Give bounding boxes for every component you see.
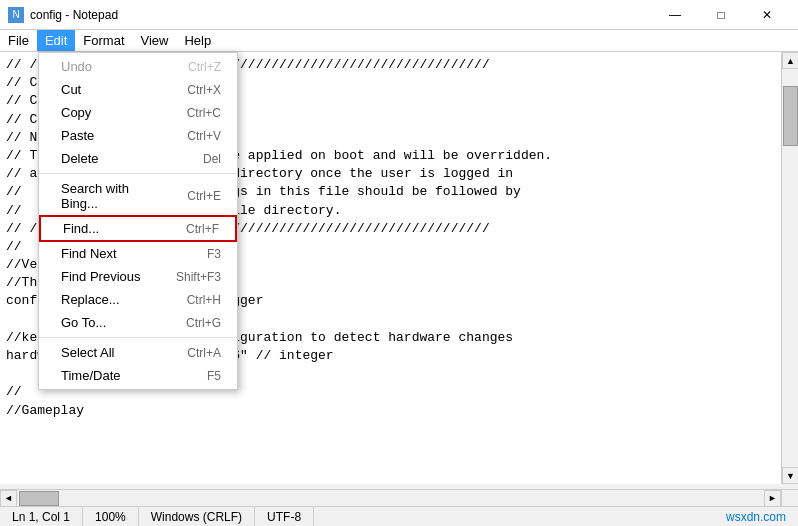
scrollbar-corner: [781, 489, 798, 506]
menu-paste[interactable]: Paste Ctrl+V: [39, 124, 237, 147]
menu-goto[interactable]: Go To... Ctrl+G: [39, 311, 237, 334]
minimize-button[interactable]: —: [652, 0, 698, 30]
line-ending: Windows (CRLF): [139, 507, 255, 526]
app-icon: N: [8, 7, 24, 23]
encoding: UTF-8: [255, 507, 314, 526]
edit-menu-dropdown: Undo Ctrl+Z Cut Ctrl+X Copy Ctrl+C Paste…: [38, 52, 238, 390]
menu-separator-2: [39, 337, 237, 338]
watermark: wsxdn.com: [714, 507, 798, 526]
scroll-thumb[interactable]: [783, 86, 798, 146]
menu-help[interactable]: Help: [176, 30, 219, 51]
title-bar: N config - Notepad — □ ✕: [0, 0, 798, 30]
maximize-button[interactable]: □: [698, 0, 744, 30]
menu-edit[interactable]: Edit: [37, 30, 75, 51]
menu-find-next[interactable]: Find Next F3: [39, 242, 237, 265]
close-button[interactable]: ✕: [744, 0, 790, 30]
editor-line: //Gameplay: [6, 402, 792, 420]
menu-select-all[interactable]: Select All Ctrl+A: [39, 341, 237, 364]
window-title: config - Notepad: [30, 8, 652, 22]
menu-file[interactable]: File: [0, 30, 37, 51]
scroll-right-arrow[interactable]: ►: [764, 490, 781, 507]
menu-view[interactable]: View: [133, 30, 177, 51]
menu-delete[interactable]: Delete Del: [39, 147, 237, 170]
scroll-h-thumb[interactable]: [19, 491, 59, 506]
menu-find[interactable]: Find... Ctrl+F: [39, 215, 237, 242]
menu-replace[interactable]: Replace... Ctrl+H: [39, 288, 237, 311]
status-bar: Ln 1, Col 1 100% Windows (CRLF) UTF-8 ws…: [0, 506, 798, 526]
menu-copy[interactable]: Copy Ctrl+C: [39, 101, 237, 124]
menu-search-bing[interactable]: Search with Bing... Ctrl+E: [39, 177, 237, 215]
menu-format[interactable]: Format: [75, 30, 132, 51]
vertical-scrollbar[interactable]: ▲ ▼: [781, 52, 798, 484]
menu-bar: File Edit Format View Help: [0, 30, 798, 52]
scroll-left-arrow[interactable]: ◄: [0, 490, 17, 507]
window-controls: — □ ✕: [652, 0, 790, 30]
menu-cut[interactable]: Cut Ctrl+X: [39, 78, 237, 101]
horizontal-scrollbar[interactable]: ◄ ►: [0, 489, 781, 506]
menu-separator-1: [39, 173, 237, 174]
cursor-position: Ln 1, Col 1: [0, 507, 83, 526]
zoom-level: 100%: [83, 507, 139, 526]
menu-find-previous[interactable]: Find Previous Shift+F3: [39, 265, 237, 288]
menu-time-date[interactable]: Time/Date F5: [39, 364, 237, 387]
menu-undo[interactable]: Undo Ctrl+Z: [39, 55, 237, 78]
scroll-up-arrow[interactable]: ▲: [782, 52, 798, 69]
scroll-down-arrow[interactable]: ▼: [782, 467, 798, 484]
